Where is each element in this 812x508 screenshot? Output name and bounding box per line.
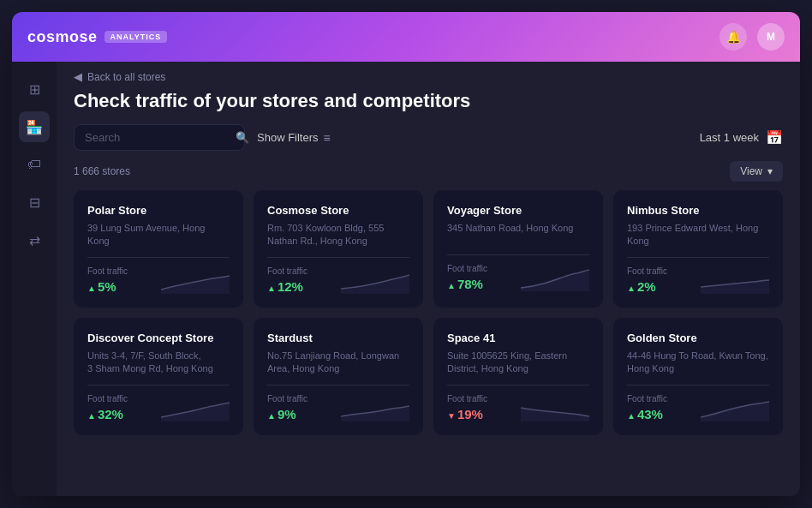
mini-chart bbox=[341, 268, 409, 294]
store-address: 39 Lung Sum Avenue, Hong Kong bbox=[87, 222, 230, 248]
store-metrics: Foot traffic ▲43% bbox=[627, 394, 769, 421]
store-metrics: Foot traffic ▲5% bbox=[87, 266, 230, 294]
toolbar: 🔍 Show Filters ≡ Last 1 week 📅 bbox=[57, 124, 800, 159]
mini-chart bbox=[521, 396, 589, 421]
header: cosmose analytics 🔔 M bbox=[12, 12, 800, 62]
date-range-label: Last 1 week bbox=[700, 131, 759, 144]
content-area: ◀ Back to all stores Check traffic of yo… bbox=[57, 62, 800, 496]
store-address: 193 Prince Edward West, Hong Kong bbox=[627, 222, 769, 248]
store-address: No.75 Lanjiang Road, Longwan Area, Hong … bbox=[267, 350, 409, 376]
mini-chart bbox=[341, 396, 409, 421]
integrations-icon: ⇄ bbox=[29, 232, 40, 248]
metrics-left: Foot traffic ▲43% bbox=[627, 394, 667, 421]
trend-arrow: ▲ bbox=[447, 281, 456, 290]
sidebar-item-integrations[interactable]: ⇄ bbox=[19, 224, 50, 255]
store-card[interactable]: Polar Store 39 Lung Sum Avenue, Hong Kon… bbox=[74, 190, 243, 308]
filter-icon: ≡ bbox=[324, 131, 331, 145]
view-label: View bbox=[740, 165, 762, 177]
divider bbox=[447, 385, 589, 385]
store-metrics: Foot traffic ▲9% bbox=[267, 394, 409, 421]
store-card[interactable]: Voyager Store 345 Nathan Road, Hong Kong… bbox=[433, 190, 603, 308]
divider bbox=[87, 257, 230, 258]
sidebar-item-tags[interactable]: 🏷 bbox=[19, 149, 50, 180]
search-box[interactable]: 🔍 bbox=[74, 124, 245, 151]
back-link[interactable]: Back to all stores bbox=[87, 71, 165, 83]
notification-bell-button[interactable]: 🔔 bbox=[719, 23, 747, 51]
trend-arrow: ▼ bbox=[447, 411, 456, 421]
traffic-value: ▲78% bbox=[447, 277, 487, 291]
sidebar: ⊞ 🏪 🏷 ⊟ ⇄ bbox=[12, 62, 57, 496]
sidebar-item-dashboard[interactable]: ⊞ bbox=[19, 74, 50, 105]
store-name: Discover Concept Store bbox=[87, 332, 230, 344]
store-name: Stardust bbox=[267, 332, 409, 344]
store-card[interactable]: Stardust No.75 Lanjiang Road, Longwan Ar… bbox=[254, 318, 423, 435]
traffic-value: ▲9% bbox=[267, 407, 307, 421]
divider bbox=[447, 254, 589, 255]
traffic-value: ▲12% bbox=[267, 279, 307, 294]
foot-traffic-label: Foot traffic bbox=[267, 266, 307, 276]
traffic-value: ▲43% bbox=[627, 407, 667, 421]
search-icon: 🔍 bbox=[236, 131, 249, 144]
app-window: cosmose analytics 🔔 M ⊞ 🏪 🏷 ⊟ bbox=[12, 12, 800, 496]
view-button[interactable]: View ▾ bbox=[730, 161, 783, 182]
dashboard-icon: ⊞ bbox=[29, 81, 40, 98]
metrics-left: Foot traffic ▲9% bbox=[267, 394, 307, 421]
header-actions: 🔔 M bbox=[719, 23, 785, 51]
store-metrics: Foot traffic ▼19% bbox=[447, 394, 589, 421]
search-input[interactable] bbox=[85, 131, 229, 144]
calendar-icon[interactable]: 📅 bbox=[766, 129, 783, 146]
trend-arrow: ▲ bbox=[267, 411, 276, 421]
foot-traffic-label: Foot traffic bbox=[627, 266, 667, 276]
analytics-badge: analytics bbox=[104, 31, 168, 43]
traffic-value: ▲32% bbox=[87, 407, 128, 421]
store-card[interactable]: Space 41 Suite 1005625 King, Eastern Dis… bbox=[433, 318, 603, 435]
logo-area: cosmose analytics bbox=[27, 28, 719, 46]
store-card[interactable]: Nimbus Store 193 Prince Edward West, Hon… bbox=[613, 190, 783, 308]
user-avatar-button[interactable]: M bbox=[757, 23, 785, 51]
store-card[interactable]: Cosmose Store Rm. 703 Kowloon Bldg, 555 … bbox=[254, 190, 423, 308]
divider bbox=[267, 385, 409, 385]
main-layout: ⊞ 🏪 🏷 ⊟ ⇄ ◀ Back to all stores Check bbox=[12, 62, 800, 496]
store-name: Voyager Store bbox=[447, 204, 589, 217]
metrics-left: Foot traffic ▲32% bbox=[87, 394, 128, 421]
avatar-label: M bbox=[767, 31, 775, 43]
store-count-bar: 1 666 stores View ▾ bbox=[57, 159, 800, 190]
foot-traffic-label: Foot traffic bbox=[87, 266, 128, 276]
divider bbox=[627, 385, 769, 385]
store-metrics: Foot traffic ▲32% bbox=[87, 394, 230, 421]
store-address: 44-46 Hung To Road, Kwun Tong, Hong Kong bbox=[627, 350, 769, 376]
trend-arrow: ▲ bbox=[87, 284, 96, 293]
store-address: Rm. 703 Kowloon Bldg, 555 Nathan Rd., Ho… bbox=[267, 222, 409, 248]
store-card[interactable]: Discover Concept Store Units 3-4, 7/F, S… bbox=[74, 318, 243, 435]
filter-label: Show Filters bbox=[257, 131, 319, 144]
trend-arrow: ▲ bbox=[627, 284, 636, 293]
store-address: Suite 1005625 King, Eastern District, Ho… bbox=[447, 350, 589, 376]
mini-chart bbox=[521, 266, 589, 291]
sidebar-item-analytics[interactable]: ⊟ bbox=[19, 187, 50, 218]
breadcrumb: ◀ Back to all stores bbox=[57, 62, 800, 85]
mini-chart bbox=[161, 268, 230, 294]
mini-chart bbox=[161, 396, 230, 421]
chevron-down-icon: ▾ bbox=[767, 165, 773, 177]
tag-icon: 🏷 bbox=[27, 157, 41, 172]
back-arrow-icon[interactable]: ◀ bbox=[74, 70, 82, 83]
foot-traffic-label: Foot traffic bbox=[447, 264, 487, 273]
store-card[interactable]: Golden Store 44-46 Hung To Road, Kwun To… bbox=[613, 318, 783, 435]
store-metrics: Foot traffic ▲12% bbox=[267, 266, 409, 294]
bell-icon: 🔔 bbox=[726, 30, 741, 44]
store-icon: 🏪 bbox=[26, 119, 43, 135]
store-name: Nimbus Store bbox=[627, 204, 769, 217]
show-filters-button[interactable]: Show Filters ≡ bbox=[257, 131, 331, 145]
sidebar-item-stores[interactable]: 🏪 bbox=[19, 111, 50, 142]
foot-traffic-label: Foot traffic bbox=[87, 394, 128, 403]
divider bbox=[627, 257, 769, 258]
metrics-left: Foot traffic ▲78% bbox=[447, 264, 487, 291]
store-name: Space 41 bbox=[447, 332, 589, 344]
trend-arrow: ▲ bbox=[627, 411, 636, 421]
traffic-value: ▲5% bbox=[87, 279, 128, 294]
store-name: Cosmose Store bbox=[267, 204, 409, 217]
foot-traffic-label: Foot traffic bbox=[267, 394, 307, 403]
mini-chart bbox=[701, 268, 769, 294]
store-name: Golden Store bbox=[627, 332, 769, 344]
metrics-left: Foot traffic ▲12% bbox=[267, 266, 307, 294]
